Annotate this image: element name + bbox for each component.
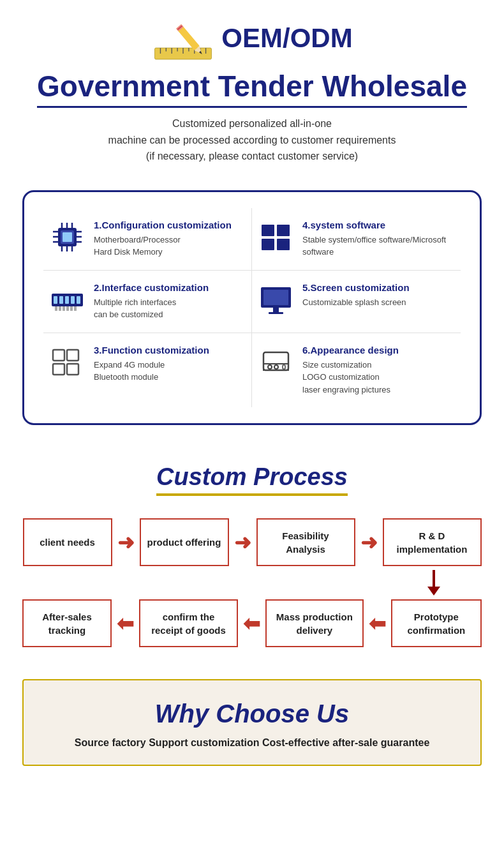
process-title: Custom Process [156, 463, 348, 496]
feature-text-2: 2.Interface customization Multiple rich … [94, 282, 209, 321]
svg-rect-36 [59, 296, 63, 304]
process-box-aftersales: After-sales tracking [22, 599, 112, 647]
svg-point-57 [274, 365, 278, 369]
process-row-1: client needs ➜ product offering ➜ Feasib… [22, 518, 482, 566]
header-top: OEM/ODM [26, 13, 478, 64]
svg-rect-40 [55, 306, 57, 311]
feature-desc-1: Motherboard/ProcessorHard Disk Memory [94, 234, 232, 258]
svg-rect-30 [262, 225, 274, 236]
cpu-icon [50, 220, 85, 255]
arrow-right-2: ➜ [234, 530, 251, 555]
process-box-confirm-receipt: confirm the receipt of goods [139, 599, 238, 647]
process-box-rd: R & D implementation [383, 518, 482, 566]
svg-rect-51 [67, 350, 78, 361]
arrow-left-1: ⬅ [117, 611, 134, 636]
svg-rect-43 [66, 306, 69, 311]
feature-item-1: 1.Configuration customization Motherboar… [43, 208, 252, 271]
feature-item-4: 4.system software Stable system/office s… [252, 208, 461, 271]
process-row-2: After-sales tracking ⬅ confirm the recei… [22, 599, 482, 647]
process-box-mass-production: Mass production delivery [265, 599, 364, 647]
svg-rect-31 [277, 225, 290, 236]
software-icon [258, 220, 293, 255]
interface-icon [50, 282, 85, 317]
feature-title-4: 4.system software [302, 220, 454, 230]
oem-title: OEM/ODM [221, 23, 352, 54]
svg-point-56 [268, 365, 272, 369]
svg-rect-35 [54, 296, 57, 304]
feature-text-6: 6.Appearance design Size customizationLO… [302, 345, 399, 396]
svg-rect-54 [263, 352, 288, 370]
features-grid: 1.Configuration customization Motherboar… [43, 208, 461, 408]
feature-text-1: 1.Configuration customization Motherboar… [94, 220, 232, 258]
process-box-feasibility: Feasibility Analysis [256, 518, 355, 566]
header-section: OEM/ODM Government Tender Wholesale Cust… [0, 0, 504, 171]
process-box-prototype: Prototype confirmation [391, 599, 482, 647]
svg-rect-17 [63, 232, 72, 242]
features-box: 1.Configuration customization Motherboar… [22, 190, 482, 426]
appearance-icon [258, 345, 293, 380]
arrow-right-3: ➜ [360, 530, 378, 555]
why-choose-us-section: Why Choose Us Source factory Support cus… [22, 679, 482, 766]
process-box-client-needs: client needs [23, 518, 112, 566]
svg-rect-52 [53, 364, 64, 375]
feature-item-3: 3.Function customization Expand 4G modul… [43, 333, 252, 408]
svg-rect-33 [277, 239, 290, 250]
feature-desc-2: Multiple rich interfacescan be customize… [94, 296, 209, 321]
svg-rect-41 [59, 306, 61, 311]
feature-item-6: 6.Appearance design Size customizationLO… [252, 333, 461, 408]
svg-rect-37 [65, 296, 69, 304]
feature-title-2: 2.Interface customization [94, 282, 209, 293]
why-subtitle: Source factory Support customization Cos… [36, 737, 468, 749]
feature-title-3: 3.Function customization [94, 345, 209, 356]
function-icon [50, 345, 85, 380]
subtitle: Customized personalized all-in-one machi… [26, 116, 478, 165]
svg-rect-45 [74, 306, 77, 311]
feature-title-5: 5.Screen customization [302, 282, 410, 293]
arrow-left-2: ⬅ [243, 611, 260, 636]
feature-desc-5: Customizable splash screen [302, 296, 410, 309]
pencil-ruler-icon [151, 13, 215, 64]
arrow-down [22, 570, 482, 596]
feature-desc-6: Size customizationLOGO customizationlase… [302, 359, 399, 396]
process-section: Custom Process client needs ➜ product of… [0, 444, 504, 660]
svg-rect-39 [77, 296, 80, 304]
screen-icon [258, 282, 293, 317]
svg-rect-44 [70, 306, 73, 311]
feature-text-4: 4.system software Stable system/office s… [302, 220, 454, 258]
arrow-left-3: ⬅ [369, 611, 386, 636]
svg-rect-48 [273, 308, 279, 312]
feature-title-6: 6.Appearance design [302, 345, 399, 356]
process-box-product-offering: product offering [140, 518, 229, 566]
svg-rect-42 [63, 306, 65, 311]
feature-text-3: 3.Function customization Expand 4G modul… [94, 345, 209, 384]
svg-rect-38 [71, 296, 75, 304]
process-flow: client needs ➜ product offering ➜ Feasib… [22, 518, 482, 647]
svg-rect-58 [283, 365, 285, 369]
svg-rect-32 [262, 239, 274, 250]
feature-item-5: 5.Screen customization Customizable spla… [252, 271, 461, 333]
gov-title: Government Tender Wholesale [37, 69, 467, 108]
svg-rect-53 [67, 364, 78, 375]
arrow-right-1: ➜ [117, 530, 135, 555]
why-title: Why Choose Us [36, 700, 468, 728]
svg-rect-47 [263, 290, 288, 305]
svg-marker-60 [427, 587, 440, 596]
feature-desc-4: Stable system/office software/Microsoft … [302, 234, 454, 258]
feature-item-2: 2.Interface customization Multiple rich … [43, 271, 252, 333]
feature-title-1: 1.Configuration customization [94, 220, 232, 230]
svg-rect-50 [53, 350, 64, 361]
feature-desc-3: Expand 4G moduleBluetooth module [94, 359, 209, 384]
svg-rect-49 [269, 312, 283, 314]
feature-text-5: 5.Screen customization Customizable spla… [302, 282, 410, 309]
